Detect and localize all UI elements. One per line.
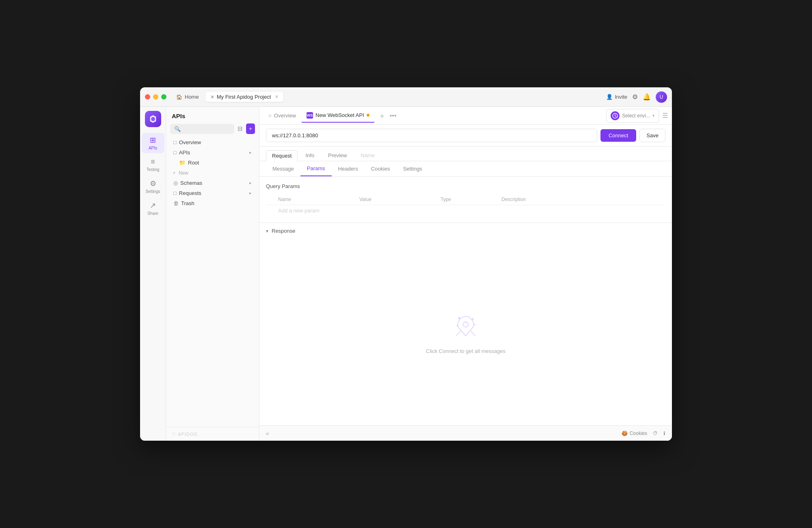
tree-item-overview[interactable]: □ Overview xyxy=(168,137,257,147)
collapse-sidebar-icon[interactable]: « xyxy=(266,430,269,437)
tab-home[interactable]: 🏠 Home xyxy=(171,92,204,102)
cookies-action[interactable]: 🍪 Cookies xyxy=(622,431,647,436)
editor-tab-overview[interactable]: ○ Overview xyxy=(263,109,301,122)
query-params-title: Query Params xyxy=(266,183,665,189)
tab-project-label: My First Apidog Project xyxy=(217,94,271,100)
env-selector[interactable]: Select envi... ▾ xyxy=(606,109,659,123)
apidog-logo-icon: ⚙ xyxy=(172,431,176,437)
trash-icon: 🗑 xyxy=(173,200,179,206)
info-action[interactable]: ℹ xyxy=(663,431,665,436)
tree-item-requests[interactable]: □ Requests ▸ xyxy=(168,188,257,198)
svg-point-4 xyxy=(475,324,475,325)
sub-tab-request[interactable]: Request xyxy=(266,150,298,161)
titlebar: 🏠 Home ✕ My First Apidog Project ✕ 👤 Inv… xyxy=(140,87,672,107)
add-param-row[interactable]: Add a new param xyxy=(266,205,665,216)
search-box[interactable]: 🔍 xyxy=(170,124,234,134)
inner-tab-headers[interactable]: Headers xyxy=(332,162,365,176)
save-button[interactable]: Save xyxy=(639,129,665,142)
sidebar-item-settings-label: Settings xyxy=(145,189,160,194)
tree-new-item[interactable]: ＋ New xyxy=(166,168,259,178)
sub-tab-name: Name xyxy=(354,150,381,161)
description-col-header: Description xyxy=(501,197,665,202)
editor-tab-websocket[interactable]: WS New WebSocket API xyxy=(302,109,374,123)
type-col-header: Type xyxy=(441,197,501,202)
testing-icon: ≡ xyxy=(151,158,155,166)
inner-tab-headers-label: Headers xyxy=(338,166,358,172)
tab-home-label: Home xyxy=(185,94,199,100)
add-tab-icon[interactable]: ＋ xyxy=(375,111,389,121)
sub-tab-preview[interactable]: Preview xyxy=(322,150,353,161)
requests-arrow-icon: ▸ xyxy=(249,190,252,196)
svg-point-1 xyxy=(463,322,469,327)
titlebar-right: 👤 Invite ⚙ 🔔 U xyxy=(606,91,667,103)
inner-tab-settings[interactable]: Settings xyxy=(397,162,429,176)
apis-tree-icon: □ xyxy=(173,149,177,156)
tab-dot-indicator xyxy=(367,114,369,117)
timer-action[interactable]: ⏱ xyxy=(653,431,658,436)
add-icon[interactable]: ＋ xyxy=(246,123,255,134)
tree-item-trash[interactable]: 🗑 Trash xyxy=(168,198,257,208)
sidebar-item-settings[interactable]: ⚙ Settings xyxy=(142,176,164,197)
sub-tab-info[interactable]: Info xyxy=(299,150,320,161)
name-col-header: Name xyxy=(278,197,359,202)
sidebar-item-testing[interactable]: ≡ Testing xyxy=(142,155,164,175)
cookies-label: Cookies xyxy=(630,431,647,436)
inner-tab-cookies[interactable]: Cookies xyxy=(365,162,397,176)
tree-item-apis-label: APIs xyxy=(179,149,247,156)
sidebar-item-apis-label: APIs xyxy=(149,146,157,150)
minimize-traffic-light[interactable] xyxy=(153,94,158,100)
maximize-traffic-light[interactable] xyxy=(161,94,166,100)
env-selector-label: Select envi... xyxy=(622,113,650,119)
url-input[interactable] xyxy=(266,129,597,142)
sub-tab-info-label: Info xyxy=(305,152,314,158)
tab-project[interactable]: ✕ My First Apidog Project ✕ xyxy=(205,92,284,102)
bell-icon[interactable]: 🔔 xyxy=(643,93,651,101)
share-icon: ↗ xyxy=(150,201,156,210)
tab-menu-icon[interactable]: ••• xyxy=(390,112,397,119)
sidebar-item-share[interactable]: ↗ Share xyxy=(142,198,164,219)
tab-close-icon[interactable]: ✕ xyxy=(275,94,279,100)
editor-tab-actions: Select envi... ▾ ☰ xyxy=(606,109,668,123)
response-chevron-icon: ▾ xyxy=(266,228,268,234)
home-icon: 🏠 xyxy=(176,94,182,100)
connect-button[interactable]: Connect xyxy=(600,129,636,142)
sidebar-item-testing-label: Testing xyxy=(147,167,160,172)
tree-item-root[interactable]: 📁 Root xyxy=(168,158,257,168)
tree-item-requests-label: Requests xyxy=(179,190,247,196)
icon-sidebar: ⊞ APIs ≡ Testing ⚙ Settings ↗ Share xyxy=(140,107,166,441)
apidog-logo-text: APIDOG xyxy=(178,432,198,437)
editor-menu-icon[interactable]: ☰ xyxy=(662,112,668,119)
response-header[interactable]: ▾ Response xyxy=(259,223,672,239)
tree-item-apis[interactable]: □ APIs ▸ xyxy=(168,147,257,158)
inner-tab-params-label: Params xyxy=(307,165,325,171)
overview-tree-icon: □ xyxy=(173,139,177,145)
close-traffic-light[interactable] xyxy=(145,94,150,100)
search-row: 🔍 ⊟ ＋ xyxy=(166,123,259,137)
inner-tab-message-label: Message xyxy=(272,166,294,172)
tree-item-schemas[interactable]: ◎ Schemas ▸ xyxy=(168,178,257,188)
avatar[interactable]: U xyxy=(656,91,667,103)
inner-tab-settings-label: Settings xyxy=(403,166,422,172)
file-sidebar: APIs 🔍 ⊟ ＋ □ Overview □ APIs ▸ � xyxy=(166,107,259,441)
inner-tab-cookies-label: Cookies xyxy=(371,166,390,172)
sub-tab-preview-label: Preview xyxy=(328,152,347,158)
sub-tabs: Request Info Preview Name xyxy=(259,147,672,161)
sidebar-item-apis[interactable]: ⊞ APIs xyxy=(142,133,164,153)
invite-button[interactable]: 👤 Invite xyxy=(606,94,627,100)
value-col-header: Value xyxy=(359,197,441,202)
checkbox-col xyxy=(266,197,278,202)
inner-tab-params[interactable]: Params xyxy=(300,161,332,176)
inner-tabs: Message Params Headers Cookies Settings xyxy=(259,161,672,177)
app-logo xyxy=(145,111,161,127)
invite-person-icon: 👤 xyxy=(606,94,613,100)
filter-icon[interactable]: ⊟ xyxy=(236,123,244,134)
settings-icon[interactable]: ⚙ xyxy=(632,93,638,101)
params-section: Query Params Name Value Type Description… xyxy=(259,177,672,223)
svg-point-2 xyxy=(458,317,460,318)
search-input[interactable] xyxy=(183,126,230,132)
requests-icon: □ xyxy=(173,190,177,196)
editor-tab-websocket-label: New WebSocket API xyxy=(315,112,364,118)
env-chevron-icon: ▾ xyxy=(652,113,654,118)
schemas-icon: ◎ xyxy=(173,180,178,186)
inner-tab-message[interactable]: Message xyxy=(266,162,300,176)
